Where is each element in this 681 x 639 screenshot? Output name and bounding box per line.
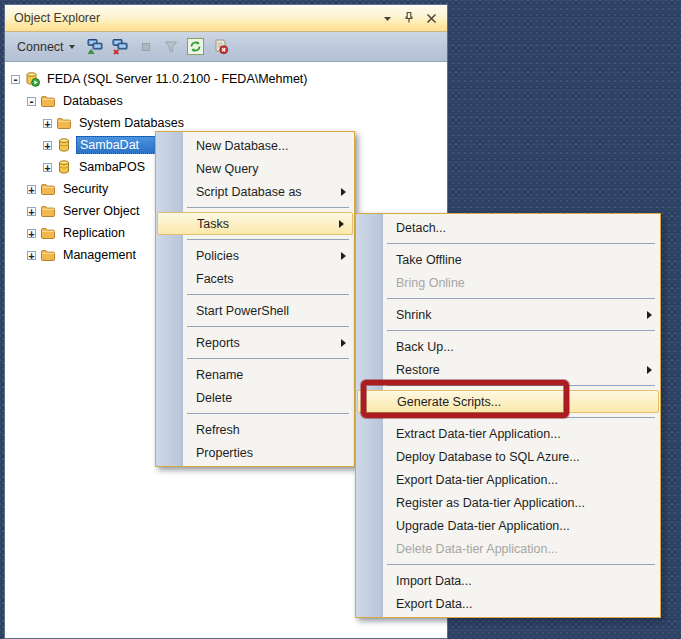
tasks-submenu-item-take-offline[interactable]: Take Offline <box>356 248 660 271</box>
menu-item-label: Back Up... <box>396 340 652 354</box>
submenu-arrow-icon <box>647 311 652 319</box>
expand-box-icon[interactable]: + <box>27 229 36 238</box>
menu-item-label: Start PowerShell <box>196 304 346 318</box>
refresh-button[interactable] <box>185 36 207 58</box>
object-explorer-toolbar: Connect <box>5 32 447 62</box>
context-menu-item-reports[interactable]: Reports <box>156 331 354 354</box>
tasks-submenu-item-back-up[interactable]: Back Up... <box>356 335 660 358</box>
context-menu-item-facets[interactable]: Facets <box>156 267 354 290</box>
tasks-submenu-item-detach[interactable]: Detach... <box>356 216 660 239</box>
tasks-submenu-item-deploy-database-to-sql-azure[interactable]: Deploy Database to SQL Azure... <box>356 445 660 468</box>
context-menu-item-start-powershell[interactable]: Start PowerShell <box>156 299 354 322</box>
menu-item-label: Export Data-tier Application... <box>396 473 652 487</box>
tree-item-label: SambaPOS <box>76 159 148 175</box>
tasks-submenu-item-register-as-data-tier-application[interactable]: Register as Data-tier Application... <box>356 491 660 514</box>
connect-button[interactable]: Connect <box>11 38 81 56</box>
tasks-submenu-item-export-data[interactable]: Export Data... <box>356 592 660 615</box>
tasks-submenu-item-restore[interactable]: Restore <box>356 358 660 381</box>
expand-box-icon[interactable]: + <box>43 163 52 172</box>
folder-icon <box>40 181 56 197</box>
menu-item-label: Bring Online <box>396 276 652 290</box>
context-menu-item-rename[interactable]: Rename <box>156 363 354 386</box>
separator-line <box>187 326 349 327</box>
expand-box-icon[interactable]: + <box>27 207 36 216</box>
tree-item-label: Security <box>60 181 111 197</box>
tasks-submenu: Detach...Take OfflineBring OnlineShrinkB… <box>355 213 661 618</box>
separator-line <box>187 239 349 240</box>
close-button[interactable] <box>421 9 441 27</box>
menu-item-label: Delete Data-tier Application... <box>396 542 652 556</box>
context-menu-separator <box>156 235 354 244</box>
expand-box-icon[interactable]: + <box>27 185 36 194</box>
tasks-submenu-separator <box>356 413 660 422</box>
tasks-submenu-item-delete-data-tier-application: Delete Data-tier Application... <box>356 537 660 560</box>
tree-item-label: FEDA (SQL Server 11.0.2100 - FEDA\Mehmet… <box>44 71 311 87</box>
filter-button <box>160 36 182 58</box>
expand-box-icon[interactable]: + <box>43 119 52 128</box>
separator-line <box>387 243 655 244</box>
tasks-submenu-item-shrink[interactable]: Shrink <box>356 303 660 326</box>
submenu-arrow-icon <box>341 252 346 260</box>
tasks-submenu-separator <box>356 560 660 569</box>
menu-item-label: Take Offline <box>396 253 652 267</box>
connect-object-explorer-button[interactable] <box>85 36 107 58</box>
tasks-submenu-item-upgrade-data-tier-application[interactable]: Upgrade Data-tier Application... <box>356 514 660 537</box>
window-menu-button[interactable] <box>377 9 397 27</box>
menu-item-label: Delete <box>196 391 346 405</box>
expand-box-icon[interactable]: + <box>27 251 36 260</box>
context-menu-item-script-database-as[interactable]: Script Database as <box>156 180 354 203</box>
stop-button <box>135 36 157 58</box>
submenu-arrow-icon <box>341 188 346 196</box>
expand-box-icon[interactable]: + <box>43 141 52 150</box>
context-menu-item-new-query[interactable]: New Query <box>156 157 354 180</box>
close-icon <box>425 12 438 25</box>
context-menu-item-properties[interactable]: Properties <box>156 441 354 464</box>
disconnect-button[interactable] <box>110 36 132 58</box>
context-menu-item-refresh[interactable]: Refresh <box>156 418 354 441</box>
folder-icon <box>56 115 72 131</box>
tree-item-label: Server Object <box>60 203 142 219</box>
context-menu-separator <box>156 290 354 299</box>
stop-icon <box>138 39 154 55</box>
folder-icon <box>40 225 56 241</box>
tasks-submenu-item-generate-scripts[interactable]: Generate Scripts... <box>357 390 659 413</box>
tasks-submenu-separator <box>356 326 660 335</box>
submenu-arrow-icon <box>647 366 652 374</box>
tree-item-label: Management <box>60 247 139 263</box>
tree-item-databases[interactable]: -Databases <box>5 90 447 112</box>
script-wizard-button[interactable] <box>210 36 232 58</box>
menu-item-label: Register as Data-tier Application... <box>396 496 652 510</box>
folder-icon <box>40 203 56 219</box>
context-menu-item-tasks[interactable]: Tasks <box>157 212 353 235</box>
separator-line <box>387 298 655 299</box>
context-menu-separator <box>156 354 354 363</box>
server-icon <box>24 71 40 87</box>
tasks-submenu-separator <box>356 381 660 390</box>
context-menu-item-new-database[interactable]: New Database... <box>156 134 354 157</box>
submenu-arrow-icon <box>341 339 346 347</box>
menu-item-label: Script Database as <box>196 185 333 199</box>
separator-line <box>187 294 349 295</box>
collapse-box-icon[interactable]: - <box>27 97 36 106</box>
menu-item-label: New Database... <box>196 139 346 153</box>
tasks-submenu-item-extract-data-tier-application[interactable]: Extract Data-tier Application... <box>356 422 660 445</box>
auto-hide-button[interactable] <box>399 9 419 27</box>
menu-item-label: Properties <box>196 446 346 460</box>
separator-line <box>187 413 349 414</box>
context-menu-item-policies[interactable]: Policies <box>156 244 354 267</box>
disconnect-server-icon <box>112 38 129 55</box>
connect-button-label: Connect <box>17 40 64 54</box>
folder-icon <box>40 247 56 263</box>
menu-item-label: Reports <box>196 336 333 350</box>
chevron-down-icon <box>381 12 394 25</box>
menu-item-label: Refresh <box>196 423 346 437</box>
tree-item-feda-sql-server-11-0-2100-feda-mehmet[interactable]: -FEDA (SQL Server 11.0.2100 - FEDA\Mehme… <box>5 68 447 90</box>
tasks-submenu-item-import-data[interactable]: Import Data... <box>356 569 660 592</box>
separator-line <box>387 564 655 565</box>
menu-item-label: Shrink <box>396 308 639 322</box>
object-explorer-titlebar: Object Explorer <box>5 5 447 32</box>
context-menu-item-delete[interactable]: Delete <box>156 386 354 409</box>
tasks-submenu-separator <box>356 294 660 303</box>
tasks-submenu-item-export-data-tier-application[interactable]: Export Data-tier Application... <box>356 468 660 491</box>
collapse-box-icon[interactable]: - <box>11 75 20 84</box>
